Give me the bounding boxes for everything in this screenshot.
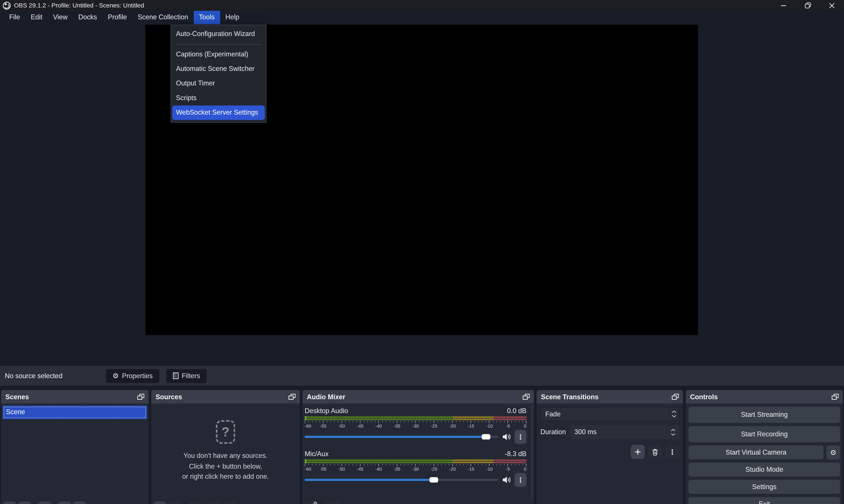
menu-item-auto-configuration-wizard[interactable]: Auto-Configuration Wizard	[171, 27, 266, 41]
start-streaming-button[interactable]: Start Streaming	[688, 407, 840, 423]
add-transition-button[interactable]	[631, 445, 645, 459]
remove-transition-button[interactable]	[648, 445, 662, 459]
sources-panel: Sources ? You don't have any sources. Cl…	[151, 390, 300, 504]
menu-view[interactable]: View	[48, 11, 73, 24]
dock-area: Scenes Scene	[0, 390, 844, 504]
toolbar-divider	[54, 502, 55, 504]
duration-label: Duration	[540, 428, 566, 436]
tick-label: -15	[468, 466, 474, 472]
mixer-options-button[interactable]: ⋮	[326, 501, 340, 504]
studio-mode-button[interactable]: Studio Mode	[688, 463, 840, 477]
virtual-camera-settings-button[interactable]: ⚙	[826, 445, 840, 460]
source-up-button[interactable]	[208, 501, 221, 504]
toolbar-divider	[322, 502, 322, 504]
duration-value: 300 ms	[570, 428, 597, 436]
scene-up-button[interactable]	[58, 501, 71, 504]
restore-button[interactable]	[796, 0, 820, 11]
menu-item-scripts[interactable]: Scripts	[171, 91, 266, 105]
popout-icon	[523, 394, 530, 400]
volume-meter	[304, 460, 526, 463]
filters-label: Filters	[182, 372, 200, 379]
popout-icon	[137, 394, 144, 400]
volume-slider[interactable]	[304, 476, 498, 484]
channel-options-button[interactable]: ⋮	[515, 430, 527, 444]
settings-button[interactable]: Settings	[688, 480, 840, 494]
chevron-down-icon[interactable]	[672, 415, 676, 417]
scene-transitions-header[interactable]: Scene Transitions	[537, 390, 683, 403]
menu-separator	[176, 44, 261, 44]
scene-transitions-panel: Scene Transitions Fade	[537, 390, 683, 504]
tick-label: 0	[524, 466, 527, 472]
start-recording-button[interactable]: Start Recording	[688, 426, 840, 442]
toolbar-divider	[184, 502, 185, 504]
volume-meter	[304, 416, 526, 420]
menu-profile[interactable]: Profile	[102, 11, 132, 24]
menu-item-output-timer[interactable]: Output Timer	[171, 76, 266, 91]
tick-label: -40	[375, 466, 382, 472]
chevron-up-icon[interactable]	[671, 429, 675, 431]
exit-button[interactable]: Exit	[688, 497, 840, 504]
remove-scene-button[interactable]	[18, 501, 31, 504]
speaker-icon[interactable]	[502, 433, 511, 440]
menu-file[interactable]: File	[4, 11, 25, 24]
sources-toolbar: ⚙	[151, 499, 300, 504]
menu-scene-collection[interactable]: Scene Collection	[132, 11, 194, 24]
sources-header[interactable]: Sources	[151, 390, 300, 403]
mixer-channel-desktop-audio: Desktop Audio 0.0 dB -60-55-50-45-40-35-…	[304, 407, 526, 444]
transition-options-button[interactable]: ⋮	[665, 445, 680, 459]
channel-name: Mic/Aux	[304, 450, 329, 458]
speaker-icon[interactable]	[502, 476, 511, 484]
menu-item-automatic-scene-switcher[interactable]: Automatic Scene Switcher	[171, 62, 266, 76]
slider-handle[interactable]	[430, 477, 438, 483]
scene-filters-button[interactable]	[38, 501, 51, 504]
slider-handle[interactable]	[481, 434, 490, 439]
audio-mixer-header[interactable]: Audio Mixer	[303, 390, 534, 403]
chevron-down-icon[interactable]	[671, 433, 675, 435]
tick-label: -45	[357, 424, 364, 429]
source-down-button[interactable]	[224, 501, 236, 504]
menu-help[interactable]: Help	[220, 11, 245, 24]
volume-slider[interactable]	[304, 433, 498, 440]
gear-icon: ⚙	[830, 449, 837, 456]
duration-spinbox[interactable]: 300 ms	[570, 425, 680, 439]
tick-label: -60	[304, 466, 311, 472]
mixer-scrollbar[interactable]	[531, 404, 533, 498]
add-scene-button[interactable]	[3, 501, 16, 504]
controls-panel: Controls Start Streaming Start Recording…	[686, 390, 843, 504]
minimize-button[interactable]	[771, 0, 795, 11]
transition-selected-value: Fade	[541, 410, 669, 418]
start-virtual-camera-button[interactable]: Start Virtual Camera	[688, 445, 824, 460]
tick-label: -5	[506, 466, 510, 472]
remove-source-button[interactable]	[169, 501, 181, 504]
filters-button[interactable]: Filters	[166, 369, 207, 383]
meter-scale: -60-55-50-45-40-35-30-25-20-15-10-50	[304, 464, 526, 472]
scenes-panel: Scenes Scene	[1, 390, 148, 504]
question-mark-icon: ?	[216, 420, 235, 444]
source-properties-button[interactable]: ⚙	[188, 501, 201, 504]
add-source-button[interactable]	[153, 501, 166, 504]
tick-label: -50	[338, 424, 345, 429]
chevron-up-icon[interactable]	[672, 411, 676, 413]
source-status-text: No source selected	[5, 372, 106, 379]
transition-select[interactable]: Fade	[540, 407, 679, 420]
scene-down-button[interactable]	[73, 501, 86, 504]
controls-header[interactable]: Controls	[686, 390, 843, 403]
sources-list[interactable]: ? You don't have any sources. Click the …	[151, 403, 300, 504]
scene-list-item[interactable]: Scene	[3, 406, 147, 419]
advanced-audio-properties-button[interactable]: ⚙⚙	[304, 501, 319, 504]
toolbar-divider	[35, 502, 35, 504]
properties-button[interactable]: ⚙ Properties	[106, 369, 159, 383]
tick-label: -45	[357, 466, 364, 472]
tick-label: -30	[412, 424, 419, 429]
close-button[interactable]	[820, 0, 844, 11]
scenes-header[interactable]: Scenes	[1, 390, 148, 403]
menu-tools[interactable]: Tools	[194, 11, 220, 24]
kebab-icon: ⋮	[517, 476, 524, 483]
menu-item-websocket-server-settings[interactable]: WebSocket Server Settings	[172, 105, 265, 120]
gear-icon: ⚙	[112, 372, 119, 379]
menu-docks[interactable]: Docks	[73, 11, 102, 24]
source-toolbar: No source selected ⚙ Properties Filters	[0, 366, 844, 386]
menu-edit[interactable]: Edit	[25, 11, 48, 24]
menu-item-captions[interactable]: Captions (Experimental)	[171, 48, 266, 62]
channel-options-button[interactable]: ⋮	[515, 473, 527, 487]
